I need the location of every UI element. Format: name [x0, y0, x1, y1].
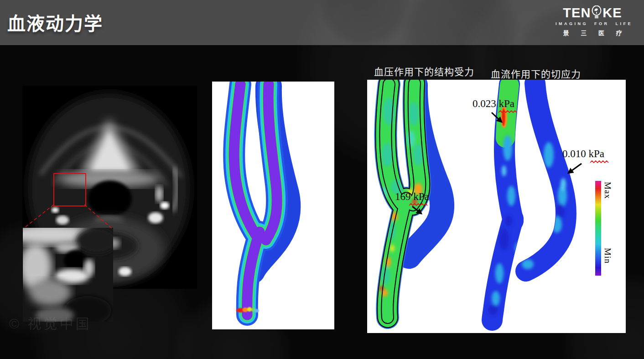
annotation-arrows: [412, 113, 582, 214]
stock-watermark: © 视觉中国: [9, 313, 91, 333]
vessel-wall-model-figure: [212, 82, 334, 329]
mri-zoom-inset: [23, 228, 113, 322]
vessel-wall-model-panel: [212, 82, 334, 329]
shear-peak-annotation: 0.023 kPa: [473, 98, 514, 110]
colorbar: [595, 181, 601, 276]
page-title: 血液动力学: [7, 9, 103, 36]
structural-stress-label: 血压作用下的结构受力: [374, 64, 474, 78]
shear-stress-label: 血流作用下的切应力: [491, 67, 581, 80]
shear-low-annotation: 0.010 kPa: [562, 148, 604, 160]
simulation-vessels-figure: [367, 80, 626, 333]
slide-root: 血液动力学 TEN KE IMAGING FOR LIFE 景 三 医 疗: [0, 0, 644, 359]
brand-right-text: KE: [602, 6, 622, 20]
colorbar-max-label: Max: [602, 182, 613, 199]
colorbar-min-label: Min: [602, 248, 613, 264]
structural-peak-annotation: 169 kPa: [395, 191, 429, 203]
simulation-results-panel: 0.023 kPa 0.010 kPa 169 kPa Max Min: [367, 80, 626, 333]
mri-highlight-box: [53, 173, 86, 206]
